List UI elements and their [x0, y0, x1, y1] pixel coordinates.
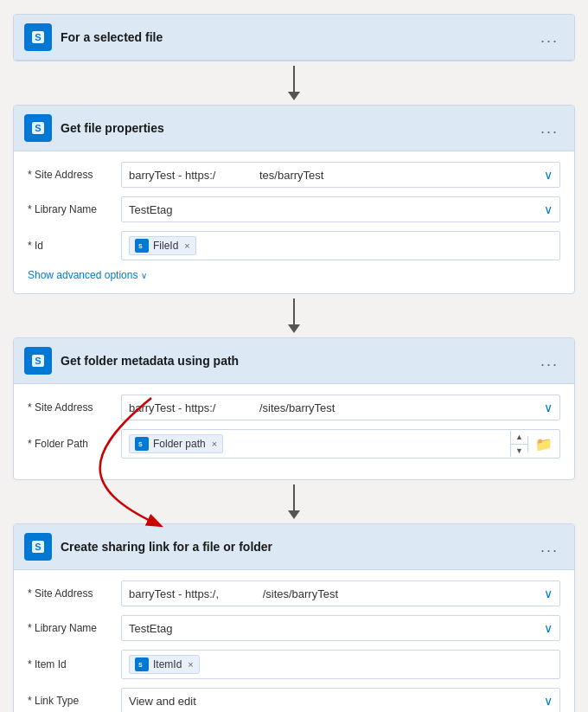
sharepoint-icon-3: S	[24, 347, 52, 375]
dropdown-arrow-site-address-3[interactable]: ∨	[544, 401, 553, 414]
label-site-address-4: * Site Address	[28, 587, 114, 600]
field-row-folder-path: * Folder Path S Folder path × ▲ ▼	[28, 429, 560, 459]
input-folder-path[interactable]: S Folder path × ▲ ▼ 📁	[121, 429, 560, 459]
input-item-id-4[interactable]: S ItemId ×	[121, 650, 560, 679]
more-button-2[interactable]: ...	[535, 118, 564, 139]
card-header-4: S Create sharing link for a file or fold…	[14, 524, 574, 570]
field-row-site-address-4: * Site Address barryTest - https:/, /sit…	[28, 581, 560, 606]
label-folder-path: * Folder Path	[28, 438, 114, 450]
sharepoint-icon-2: S	[24, 114, 52, 142]
site-address-value-2: barryTest - https:/ tes/barryTest	[129, 169, 323, 182]
input-site-address-2[interactable]: barryTest - https:/ tes/barryTest ∨	[121, 162, 560, 188]
library-name-value-4: TestEtag	[129, 622, 173, 635]
label-library-name-4: * Library Name	[28, 622, 114, 634]
tag-label-itemid: ItemId	[153, 658, 182, 670]
card-header-1: S For a selected file ...	[14, 15, 574, 61]
tag-itemid: S ItemId ×	[129, 655, 200, 674]
tag-close-fileid[interactable]: ×	[184, 241, 189, 251]
card-body-4: * Site Address barryTest - https:/, /sit…	[14, 570, 574, 712]
label-link-type-4: * Link Type	[28, 695, 114, 707]
svg-text:S: S	[35, 123, 41, 133]
label-library-name-2: * Library Name	[28, 203, 114, 215]
field-row-library-name-2: * Library Name TestEtag ∨	[28, 196, 560, 222]
folder-decrement-btn[interactable]: ▼	[511, 445, 527, 458]
card-body-2: * Site Address barryTest - https:/ tes/b…	[14, 151, 574, 293]
svg-text:S: S	[35, 356, 41, 366]
tag-close-folderpath[interactable]: ×	[212, 439, 217, 449]
label-site-address-2: * Site Address	[28, 169, 114, 181]
field-row-item-id-4: * Item Id S ItemId ×	[28, 650, 560, 679]
input-link-type-4[interactable]: View and edit ∨	[121, 688, 560, 712]
library-name-value-2: TestEtag	[129, 203, 173, 216]
svg-text:S: S	[138, 441, 143, 447]
card-header-3: S Get folder metadata using path ...	[14, 338, 574, 384]
card-body-3: * Site Address barryTest - https:/ /site…	[14, 384, 574, 479]
label-site-address-3: * Site Address	[28, 401, 114, 414]
more-button-3[interactable]: ...	[535, 350, 564, 372]
tag-close-itemid[interactable]: ×	[188, 659, 193, 670]
tag-label-folderpath: Folder path	[153, 438, 206, 450]
card-title-1: For a selected file	[61, 30, 527, 44]
field-row-id-2: * Id S FileId ×	[28, 231, 560, 260]
card-header-2: S Get file properties ...	[14, 106, 574, 151]
input-site-address-3[interactable]: barryTest - https:/ /sites/barryTest ∨	[121, 394, 560, 420]
input-site-address-4[interactable]: barryTest - https:/, /sites/barryTest ∨	[121, 581, 560, 606]
more-button-1[interactable]: ...	[535, 27, 564, 48]
sharepoint-icon-1: S	[24, 23, 52, 51]
field-row-library-name-4: * Library Name TestEtag ∨	[28, 615, 560, 641]
input-library-name-2[interactable]: TestEtag ∨	[121, 196, 560, 222]
folder-input-inner: S Folder path ×	[122, 430, 510, 458]
card-get-folder-metadata: S Get folder metadata using path ... * S…	[13, 337, 575, 480]
connector-arrow-1	[288, 61, 300, 105]
field-row-site-address-2: * Site Address barryTest - https:/ tes/b…	[28, 162, 560, 188]
card-title-3: Get folder metadata using path	[61, 354, 527, 368]
svg-text:S: S	[138, 662, 143, 668]
dropdown-arrow-site-address-4[interactable]: ∨	[544, 587, 553, 600]
connector-arrow-3	[288, 480, 300, 523]
folder-icon: 📁	[535, 436, 553, 452]
tag-icon-folderpath: S	[135, 437, 149, 451]
field-row-site-address-3: * Site Address barryTest - https:/ /site…	[28, 394, 560, 420]
folder-browse-btn[interactable]: 📁	[527, 436, 559, 452]
label-item-id-4: * Item Id	[28, 658, 114, 670]
site-address-value-3: barryTest - https:/ /sites/barryTest	[129, 401, 335, 414]
tag-folderpath: S Folder path ×	[129, 434, 223, 453]
card-get-file-properties: S Get file properties ... * Site Address…	[13, 105, 575, 294]
folder-increment-btn[interactable]: ▲	[511, 431, 527, 445]
dropdown-arrow-library-4[interactable]: ∨	[544, 621, 553, 635]
show-advanced-label-2: Show advanced options	[28, 269, 137, 281]
card-create-sharing-link: S Create sharing link for a file or fold…	[13, 523, 575, 712]
svg-text:S: S	[35, 542, 41, 552]
svg-text:S: S	[35, 32, 41, 42]
card-title-2: Get file properties	[61, 121, 527, 135]
more-button-4[interactable]: ...	[535, 536, 564, 558]
chevron-icon-2: ∨	[141, 271, 147, 280]
connector-arrow-2	[288, 294, 300, 337]
sharepoint-icon-4: S	[24, 533, 52, 561]
label-id-2: * Id	[28, 240, 114, 252]
svg-text:S: S	[138, 243, 143, 249]
tag-icon-itemid: S	[135, 657, 149, 671]
tag-label-fileid: FileId	[153, 240, 178, 252]
tag-icon-fileid: S	[135, 239, 149, 253]
tag-fileid: S FileId ×	[129, 236, 196, 255]
folder-path-controls: ▲ ▼	[510, 431, 527, 457]
card-for-selected-file: S For a selected file ...	[13, 14, 575, 61]
site-address-value-4: barryTest - https:/, /sites/barryTest	[129, 587, 338, 600]
field-row-link-type-4: * Link Type View and edit ∨	[28, 688, 560, 712]
dropdown-arrow-site-address-2[interactable]: ∨	[544, 168, 553, 182]
dropdown-arrow-library-2[interactable]: ∨	[544, 202, 553, 216]
link-type-value-4: View and edit	[129, 695, 196, 708]
input-id-2[interactable]: S FileId ×	[121, 231, 560, 260]
dropdown-arrow-link-type-4[interactable]: ∨	[544, 694, 553, 708]
input-library-name-4[interactable]: TestEtag ∨	[121, 615, 560, 641]
show-advanced-button-2[interactable]: Show advanced options ∨	[28, 269, 147, 281]
card-title-4: Create sharing link for a file or folder	[61, 540, 527, 554]
